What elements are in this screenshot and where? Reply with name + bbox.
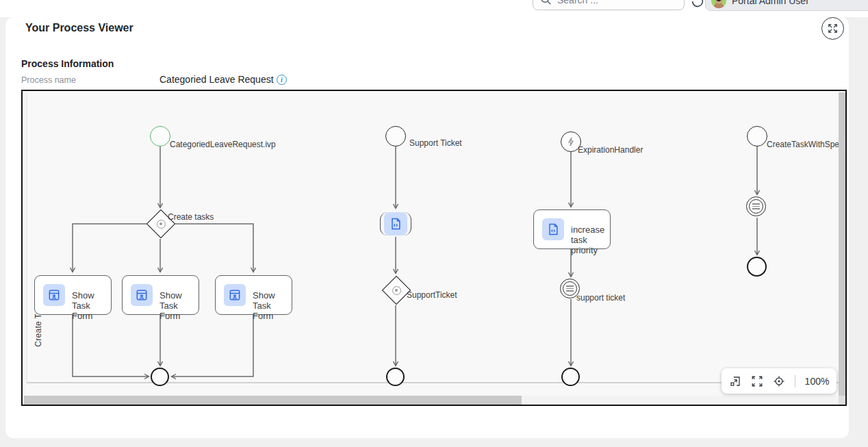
lightning-icon <box>567 137 575 146</box>
top-bar: Portal Admin User <box>0 0 868 17</box>
process-diagram-canvas[interactable]: Create Tasks CategoriedLeaveRequest.ivp … <box>21 90 847 406</box>
task-list-icon <box>566 285 574 292</box>
task-label-line2: task priority <box>571 235 610 255</box>
horizontal-scrollbar-thumb[interactable] <box>24 396 522 405</box>
start-event-label: ExpirationHandler <box>578 145 643 155</box>
jump-to-origin-button[interactable] <box>729 375 741 387</box>
task-show-task-form-3[interactable]: Show Task Form <box>215 275 292 315</box>
task-label-line1: increase <box>571 225 604 235</box>
user-task-icon <box>43 284 65 306</box>
gateway-dot-icon <box>157 220 166 229</box>
expand-arrows-icon <box>827 23 839 34</box>
zoom-level: 100% <box>805 376 830 387</box>
end-event-flow4[interactable] <box>747 257 767 277</box>
gateway-label: SupportTicket <box>407 290 457 300</box>
toolbar-divider <box>795 375 795 387</box>
end-event-flow1[interactable] <box>151 368 169 386</box>
start-event-create-task-with-special[interactable] <box>747 126 767 146</box>
script-document-icon <box>542 218 564 240</box>
task-increase-task-priority[interactable]: increase task priority <box>533 209 611 249</box>
info-icon[interactable]: i <box>277 75 287 85</box>
scrollbar-corner <box>839 396 845 405</box>
task-label-line1: Show <box>72 290 94 301</box>
vertical-scrollbar-thumb[interactable] <box>839 92 845 396</box>
script-document-icon <box>384 212 407 235</box>
user-name: Portal Admin User <box>732 0 809 6</box>
task-show-task-form-1[interactable]: Show Task Form <box>34 275 112 315</box>
fit-to-screen-button[interactable] <box>751 375 763 387</box>
process-viewer-page: Portal Admin User Your Process Viewer Pr… <box>0 0 868 447</box>
history-icon[interactable] <box>690 0 705 9</box>
start-event-label: CreateTaskWithSpecial <box>767 140 847 149</box>
embedded-script-step[interactable] <box>380 212 411 235</box>
global-search[interactable] <box>533 0 685 10</box>
page-title: Your Process Viewer <box>25 22 133 34</box>
user-menu[interactable]: Portal Admin User <box>705 0 868 11</box>
task-label-line2: Task Form <box>253 301 292 321</box>
search-input[interactable] <box>557 0 667 5</box>
task-label-line2: Task Form <box>72 301 111 321</box>
task-list-icon <box>752 203 760 209</box>
start-event-support-ticket[interactable] <box>385 126 406 146</box>
gateway-label: Create tasks <box>168 212 214 222</box>
process-name-label: Process name <box>21 75 76 85</box>
user-avatar <box>711 0 726 8</box>
process-information-heading: Process Information <box>21 58 114 69</box>
end-event-flow2[interactable] <box>386 368 405 386</box>
start-event-label: Support Ticket <box>409 138 462 148</box>
fullscreen-button[interactable] <box>821 17 844 40</box>
task-label-line2: Task Form <box>159 301 199 321</box>
task-show-task-form-2[interactable]: Show Task Form <box>122 275 199 315</box>
gateway-dot-icon <box>392 286 401 295</box>
search-icon <box>540 0 552 5</box>
diagram-zoom-toolbar: 100% <box>722 368 837 394</box>
start-event-label: CategoriedLeaveRequest.ivp <box>170 140 276 149</box>
user-task-icon <box>131 284 153 306</box>
process-name-value: Categoried Leave Request <box>159 74 274 85</box>
task-switch-event-flow4[interactable] <box>746 196 766 216</box>
end-event-flow3[interactable] <box>561 368 580 386</box>
event-label: support ticket <box>576 293 625 303</box>
user-task-icon <box>224 284 246 306</box>
horizontal-scrollbar[interactable] <box>24 396 840 405</box>
vertical-scrollbar[interactable] <box>839 92 845 396</box>
task-label-line1: Show <box>253 290 275 301</box>
task-label-line1: Show <box>159 290 182 301</box>
start-event-categoried-leave-request[interactable] <box>150 126 170 146</box>
center-view-button[interactable] <box>773 375 785 387</box>
